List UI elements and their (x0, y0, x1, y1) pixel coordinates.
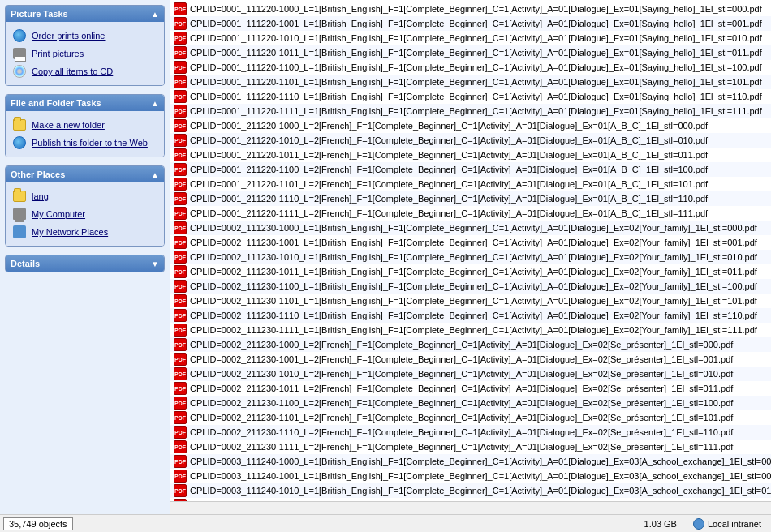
status-bar: 35,749 objects 1.03 GB Local intranet (0, 514, 771, 532)
file-name: CPLID=0001_211220-1100_L=2[French]_F=1[C… (190, 165, 708, 174)
computer-icon (12, 207, 27, 221)
file-name: CPLID=0002_111230-1110_L=1[British_Engli… (190, 311, 757, 320)
make-new-folder-label: Make a new folder (32, 120, 105, 130)
file-name: CPLID=0002_111230-1010_L=1[British_Engli… (190, 252, 757, 262)
status-zone-label: Local intranet (708, 519, 761, 529)
publish-folder-label: Publish this folder to the Web (32, 138, 148, 148)
pdf-icon: PDF (174, 163, 187, 176)
pdf-icon: PDF (174, 367, 187, 380)
file-name: CPLID=0001_111220-1011_L=1[British_Engli… (190, 48, 762, 58)
file-name: CPLID=0003_111240-1010_L=1[British_Engli… (190, 486, 771, 496)
pdf-icon: PDF (174, 134, 187, 147)
picture-tasks-title: Picture Tasks (11, 9, 68, 19)
list-item[interactable]: PDFCPLID=0001_211220-1100_L=2[French]_F=… (170, 162, 771, 177)
list-item[interactable]: PDFCPLID=0003_111240-1010_L=1[British_En… (170, 483, 771, 498)
list-item[interactable]: PDFCPLID=0002_111230-1010_L=1[British_En… (170, 250, 771, 264)
order-prints-item[interactable]: Order prints online (9, 27, 161, 45)
list-item[interactable]: PDFCPLID=0001_111220-1001_L=1[British_En… (170, 16, 771, 31)
my-network-places-label: My Network Places (32, 227, 108, 237)
cd-icon (12, 64, 27, 79)
lang-folder-label: lang (32, 191, 49, 201)
picture-tasks-body: Order prints online Print pictures Copy … (6, 22, 164, 85)
list-item[interactable]: PDFCPLID=0002_211230-1000_L=2[French]_F=… (170, 337, 771, 352)
list-item[interactable]: PDFCPLID=0002_211230-1110_L=2[French]_F=… (170, 425, 771, 440)
list-item[interactable]: PDFCPLID=0001_211220-1101_L=2[French]_F=… (170, 177, 771, 191)
pdf-icon: PDF (174, 207, 187, 220)
copy-to-cd-item[interactable]: Copy all items to CD (9, 62, 161, 80)
lang-folder-item[interactable]: lang (9, 187, 161, 205)
file-name: CPLID=0002_111230-1111_L=1[British_Engli… (190, 325, 757, 335)
list-item[interactable]: PDFCPLID=0001_111220-1101_L=1[British_En… (170, 75, 771, 89)
list-item[interactable]: PDFCPLID=0002_211230-1101_L=2[French]_F=… (170, 410, 771, 425)
publish-globe-icon (12, 135, 27, 150)
list-item[interactable]: PDFCPLID=0002_111230-1110_L=1[British_En… (170, 308, 771, 323)
file-name: CPLID=0002_111230-1000_L=1[British_Engli… (190, 223, 757, 233)
picture-tasks-header[interactable]: Picture Tasks ▲ (6, 6, 164, 22)
other-places-header[interactable]: Other Places ▲ (6, 166, 164, 182)
my-computer-label: My Computer (32, 209, 85, 219)
my-computer-item[interactable]: My Computer (9, 205, 161, 223)
list-item[interactable]: PDFCPLID=0002_111230-1101_L=1[British_En… (170, 294, 771, 308)
other-places-body: lang My Computer My Network Places (6, 182, 164, 246)
list-item[interactable]: PDFCPLID=0002_211230-1100_L=2[French]_F=… (170, 396, 771, 410)
details-title: Details (11, 259, 40, 268)
file-name: CPLID=0002_211230-1011_L=2[French]_F=1[C… (190, 384, 733, 393)
pdf-icon: PDF (174, 46, 187, 59)
list-item[interactable]: PDFCPLID=0001_211220-1111_L=2[French]_F=… (170, 206, 771, 221)
pdf-icon: PDF (174, 440, 187, 453)
list-item[interactable]: PDFCPLID=0002_211230-1001_L=2[French]_F=… (170, 352, 771, 367)
other-places-chevron: ▲ (151, 170, 159, 179)
right-panel: PDFCPLID=0001_111220-1000_L=1[British_En… (170, 0, 771, 514)
list-item[interactable]: PDFCPLID=0001_111220-1100_L=1[British_En… (170, 60, 771, 75)
list-item[interactable]: PDFCPLID=0002_111230-1001_L=1[British_En… (170, 235, 771, 250)
list-item[interactable]: PDFCPLID=0002_211230-1011_L=2[French]_F=… (170, 381, 771, 396)
print-icon (12, 46, 27, 61)
list-item[interactable]: PDFCPLID=0001_111220-1011_L=1[British_En… (170, 45, 771, 60)
list-item[interactable]: PDFCPLID=0001_111220-1111_L=1[British_En… (170, 104, 771, 118)
file-name: CPLID=0001_111220-1000_L=1[British_Engli… (190, 4, 762, 14)
my-network-places-item[interactable]: My Network Places (9, 223, 161, 241)
horizontal-scrollbar[interactable] (170, 501, 771, 514)
list-item[interactable]: PDFCPLID=0002_111230-1000_L=1[British_En… (170, 221, 771, 235)
pdf-icon: PDF (174, 411, 187, 424)
file-name: CPLID=0001_111220-1100_L=1[British_Engli… (190, 62, 762, 72)
pdf-icon: PDF (174, 2, 187, 15)
print-pictures-item[interactable]: Print pictures (9, 45, 161, 62)
pdf-icon: PDF (174, 17, 187, 30)
list-item[interactable]: PDFCPLID=0003_111240-1001_L=1[British_En… (170, 469, 771, 483)
list-item[interactable]: PDFCPLID=0002_111230-1011_L=1[British_En… (170, 264, 771, 279)
file-name: CPLID=0002_211230-1110_L=2[French]_F=1[C… (190, 427, 733, 437)
list-item[interactable]: PDFCPLID=0001_211220-1110_L=2[French]_F=… (170, 191, 771, 206)
make-new-folder-item[interactable]: Make a new folder (9, 116, 161, 134)
file-name: CPLID=0002_211230-1001_L=2[French]_F=1[C… (190, 354, 733, 364)
pdf-icon: PDF (174, 382, 187, 395)
file-name: CPLID=0001_211220-1101_L=2[French]_F=1[C… (190, 179, 708, 189)
file-name: CPLID=0001_211220-1000_L=2[French]_F=1[C… (190, 121, 708, 131)
file-folder-tasks-chevron: ▲ (151, 99, 159, 108)
list-item[interactable]: PDFCPLID=0002_111230-1111_L=1[British_En… (170, 323, 771, 337)
list-item[interactable]: PDFCPLID=0001_111220-1010_L=1[British_En… (170, 31, 771, 45)
file-list[interactable]: PDFCPLID=0001_111220-1000_L=1[British_En… (170, 0, 771, 501)
list-item[interactable]: PDFCPLID=0001_211220-1011_L=2[French]_F=… (170, 148, 771, 162)
list-item[interactable]: PDFCPLID=0002_211230-1010_L=2[French]_F=… (170, 367, 771, 381)
list-item[interactable]: PDFCPLID=0001_211220-1010_L=2[French]_F=… (170, 133, 771, 148)
file-name: CPLID=0003_111240-1001_L=1[British_Engli… (190, 471, 771, 481)
file-name: CPLID=0002_111230-1101_L=1[British_Engli… (190, 296, 757, 306)
publish-folder-item[interactable]: Publish this folder to the Web (9, 134, 161, 152)
list-item[interactable]: PDFCPLID=0001_211220-1000_L=2[French]_F=… (170, 118, 771, 133)
pdf-icon: PDF (174, 280, 187, 293)
network-icon (12, 225, 27, 239)
list-item[interactable]: PDFCPLID=0001_111220-1110_L=1[British_En… (170, 89, 771, 104)
file-folder-tasks-header[interactable]: File and Folder Tasks ▲ (6, 95, 164, 111)
details-header[interactable]: Details ▼ (6, 255, 164, 272)
pdf-icon: PDF (174, 353, 187, 366)
file-name: CPLID=0001_211220-1110_L=2[French]_F=1[C… (190, 194, 708, 204)
list-item[interactable]: PDFCPLID=0002_211230-1111_L=2[French]_F=… (170, 440, 771, 454)
details-section: Details ▼ (5, 255, 165, 272)
list-item[interactable]: PDFCPLID=0001_111220-1000_L=1[British_En… (170, 2, 771, 16)
list-item[interactable]: PDFCPLID=0002_111230-1100_L=1[British_En… (170, 279, 771, 294)
status-zone: Local intranet (687, 518, 768, 530)
pdf-icon: PDF (174, 338, 187, 351)
pdf-icon: PDF (174, 178, 187, 191)
list-item[interactable]: PDFCPLID=0003_111240-1000_L=1[British_En… (170, 454, 771, 469)
